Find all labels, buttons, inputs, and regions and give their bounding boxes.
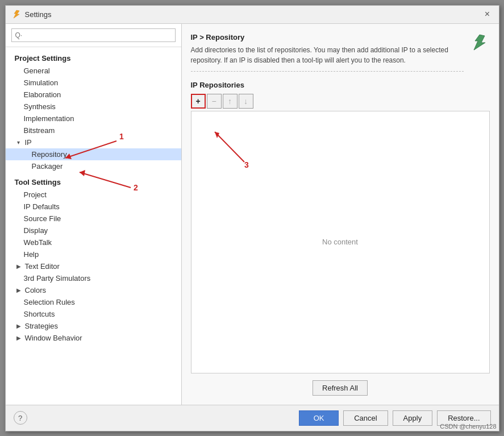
sidebar-item-strategies[interactable]: ▶ Strategies	[6, 320, 181, 332]
move-up-button[interactable]: ↑	[223, 94, 238, 109]
vivado-logo	[469, 33, 490, 55]
repos-panel: IP Repositories + − ↑ ↓ No content Refre…	[191, 81, 490, 396]
sidebar-item-text-editor[interactable]: ▶ Text Editor	[6, 260, 181, 272]
add-repo-button[interactable]: +	[191, 94, 206, 109]
cancel-button[interactable]: Cancel	[343, 410, 388, 426]
repos-toolbar: + − ↑ ↓	[191, 94, 490, 109]
tool-settings-header: Tool Settings	[6, 176, 181, 189]
sidebar-item-simulation[interactable]: Simulation	[6, 77, 181, 89]
sidebar-item-window-behavior[interactable]: ▶ Window Behavior	[6, 332, 181, 344]
expand-icon-window-behavior: ▶	[15, 335, 23, 341]
sidebar-item-display[interactable]: Display	[6, 225, 181, 236]
window-behavior-label: Window Behavior	[25, 334, 82, 342]
right-panel: IP > Repository Add directories to the l…	[182, 24, 499, 405]
sidebar-item-ip[interactable]: ▾ IP	[6, 136, 181, 148]
strategies-label: Strategies	[25, 322, 59, 330]
sidebar: Project Settings General Simulation Elab…	[6, 24, 182, 405]
expand-icon-ip: ▾	[15, 139, 23, 146]
sidebar-item-packager[interactable]: Packager	[6, 160, 181, 172]
sidebar-item-3rd-party-sim[interactable]: 3rd Party Simulators	[6, 272, 181, 284]
no-content-label: No content	[322, 238, 358, 246]
text-editor-label: Text Editor	[25, 262, 60, 271]
sidebar-item-source-file[interactable]: Source File	[6, 213, 181, 225]
sidebar-item-selection-rules[interactable]: Selection Rules	[6, 296, 181, 308]
colors-label: Colors	[25, 286, 47, 294]
footer: ? OK Cancel Apply Restore...	[6, 405, 499, 431]
remove-repo-button[interactable]: −	[207, 94, 222, 109]
sidebar-item-synthesis[interactable]: Synthesis	[6, 101, 181, 113]
sidebar-item-shortcuts[interactable]: Shortcuts	[6, 308, 181, 320]
ok-button[interactable]: OK	[299, 410, 339, 426]
sidebar-item-help[interactable]: Help	[6, 248, 181, 260]
expand-icon-text-editor: ▶	[15, 263, 23, 269]
repos-content-area: No content	[191, 111, 490, 373]
sidebar-item-elaboration[interactable]: Elaboration	[6, 89, 181, 101]
svg-marker-1	[474, 35, 485, 50]
repos-title: IP Repositories	[191, 81, 490, 89]
sidebar-item-project[interactable]: Project	[6, 189, 181, 201]
refresh-all-button[interactable]: Refresh All	[313, 380, 368, 396]
sidebar-item-general[interactable]: General	[6, 65, 181, 77]
watermark: CSDN @chenyu128	[440, 423, 496, 430]
sidebar-item-repository[interactable]: Repository	[6, 148, 181, 160]
window-title: Settings	[25, 10, 482, 19]
sidebar-item-implementation[interactable]: Implementation	[6, 113, 181, 124]
sidebar-item-webtalk[interactable]: WebTalk	[6, 236, 181, 248]
panel-description: Add directories to the list of repositor…	[191, 45, 464, 72]
app-icon	[11, 9, 22, 19]
project-settings-header: Project Settings	[6, 52, 181, 65]
help-button[interactable]: ?	[14, 411, 27, 425]
svg-marker-0	[14, 10, 19, 18]
breadcrumb: IP > Repository	[191, 33, 464, 41]
sidebar-item-ip-defaults[interactable]: IP Defaults	[6, 201, 181, 213]
titlebar: Settings ×	[6, 6, 499, 24]
close-button[interactable]: ×	[482, 9, 493, 20]
project-settings-section: Project Settings General Simulation Elab…	[6, 47, 181, 348]
sidebar-item-colors[interactable]: ▶ Colors	[6, 284, 181, 296]
apply-button[interactable]: Apply	[393, 410, 433, 426]
sidebar-item-bitstream[interactable]: Bitstream	[6, 124, 181, 136]
search-input[interactable]	[11, 28, 176, 42]
search-bar	[6, 24, 181, 47]
expand-icon-colors: ▶	[15, 287, 23, 293]
expand-icon-strategies: ▶	[15, 323, 23, 329]
ip-label: IP	[25, 138, 32, 147]
move-down-button[interactable]: ↓	[239, 94, 253, 109]
